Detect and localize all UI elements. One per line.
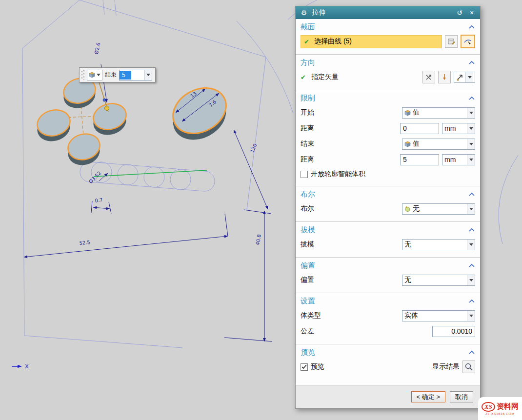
- end-option-combo[interactable]: 值: [402, 139, 475, 150]
- offset-header: 偏置: [301, 261, 315, 270]
- offset-value: 无: [404, 276, 465, 284]
- preview-header: 预览: [301, 348, 315, 357]
- collapse-chevron-icon[interactable]: [468, 350, 475, 355]
- end-unit-combo[interactable]: mm: [442, 154, 475, 165]
- vector-method-combo[interactable]: [454, 72, 475, 83]
- boolean-value: 无: [413, 204, 465, 213]
- section-curve-group: 截面 ✔ 选择曲线 (5): [296, 19, 480, 54]
- curve-options-button[interactable]: [445, 35, 458, 48]
- show-result-button[interactable]: [462, 360, 475, 373]
- section-offset: 偏置 偏置 无: [296, 257, 480, 293]
- crossed-arrows-icon: [425, 73, 433, 81]
- reverse-direction-button[interactable]: [422, 71, 435, 83]
- dropdown-caret[interactable]: [465, 72, 473, 82]
- dropdown-caret[interactable]: [467, 139, 475, 149]
- axis-x-label: X: [25, 363, 29, 369]
- start-label: 开始: [301, 108, 314, 117]
- on-screen-input-toolbar[interactable]: 结束 5: [79, 67, 156, 82]
- section-limits: 限制 开始 值 距离 0: [296, 90, 480, 186]
- watermark-logo: XS: [482, 402, 495, 412]
- start-unit-combo[interactable]: mm: [442, 123, 475, 134]
- cancel-button[interactable]: 取消: [450, 391, 473, 402]
- toolbar-grip[interactable]: [81, 70, 84, 80]
- chevron-down-icon: [146, 74, 150, 76]
- draft-header: 拔模: [301, 225, 315, 235]
- collapse-chevron-icon[interactable]: [468, 192, 475, 197]
- vector-dialog-button[interactable]: [438, 71, 451, 83]
- dropdown-caret[interactable]: [467, 240, 475, 250]
- start-option-combo[interactable]: 值: [402, 107, 475, 119]
- start-unit-value: mm: [444, 124, 465, 132]
- end-distance-value[interactable]: 5: [120, 71, 131, 80]
- body-type-value: 实体: [404, 311, 465, 320]
- end-distance-dropdown[interactable]: [144, 70, 152, 80]
- preview-checkbox[interactable]: [301, 363, 308, 371]
- settings-header: 设置: [301, 297, 315, 306]
- dialog-title: 拉伸: [312, 8, 325, 17]
- dialog-footer: < 确定 > 取消: [296, 385, 480, 408]
- tolerance-label: 公差: [301, 327, 314, 336]
- direction-header: 方向: [301, 58, 315, 67]
- offset-label: 偏置: [301, 276, 314, 284]
- collapse-chevron-icon[interactable]: [468, 299, 475, 303]
- check-icon: ✔: [304, 38, 312, 45]
- tolerance-value: 0.0010: [451, 327, 472, 335]
- section-boolean: 布尔 布尔 无: [296, 186, 480, 221]
- end-label: 结束: [105, 71, 117, 79]
- check-icon: ✔: [301, 74, 308, 81]
- end-unit-value: mm: [444, 156, 465, 163]
- collapse-chevron-icon[interactable]: [468, 96, 475, 100]
- cube-icon: [404, 141, 411, 147]
- open-profile-checkbox[interactable]: [301, 171, 308, 178]
- watermark-brand: 资料网: [497, 402, 519, 411]
- vector-icon: [456, 74, 463, 81]
- show-result-label: 显示结果: [432, 362, 460, 371]
- down-arrow-icon: [441, 73, 448, 81]
- dropdown-caret[interactable]: [467, 275, 475, 285]
- curve-list-icon: [447, 38, 455, 45]
- dropdown-caret[interactable]: [467, 123, 475, 134]
- boolean-header: 布尔: [301, 190, 315, 199]
- dim-width-bottom: 52.5: [79, 240, 90, 246]
- watermark: XS 资料网 ZL.XS1616.COM: [478, 397, 522, 420]
- gear-icon: ⚙: [300, 9, 308, 17]
- dropdown-caret[interactable]: [467, 155, 475, 165]
- dialog-titlebar[interactable]: ⚙ 拉伸 ↺ ×: [296, 6, 480, 19]
- dropdown-caret[interactable]: [467, 311, 475, 321]
- preview-label: 预览: [311, 362, 324, 371]
- collapse-chevron-icon[interactable]: [468, 228, 475, 232]
- start-distance-value: 0: [403, 124, 407, 132]
- reset-icon[interactable]: ↺: [455, 9, 464, 17]
- body-type-label: 体类型: [301, 311, 321, 320]
- section-settings: 设置 体类型 实体 公差 0.0010: [296, 293, 480, 344]
- draft-combo[interactable]: 无: [402, 239, 475, 250]
- dropdown-caret[interactable]: [467, 108, 475, 118]
- end-distance-input[interactable]: 5: [119, 70, 152, 80]
- ok-button[interactable]: < 确定 >: [411, 391, 445, 402]
- close-icon[interactable]: ×: [467, 9, 476, 17]
- end-limit-type-combo[interactable]: [87, 70, 102, 80]
- checkmark-icon: [301, 364, 307, 369]
- boolean-combo[interactable]: 无: [402, 203, 475, 215]
- start-distance-label: 距离: [301, 124, 314, 133]
- section-header: 截面: [301, 22, 315, 32]
- section-draft: 拔模 拔模 无: [296, 221, 480, 257]
- chevron-down-icon: [97, 74, 100, 76]
- collapse-chevron-icon[interactable]: [468, 25, 475, 29]
- curve-rule-button[interactable]: [461, 35, 475, 48]
- collapse-chevron-icon[interactable]: [468, 263, 475, 268]
- dropdown-caret[interactable]: [467, 204, 475, 214]
- end-distance-value: 5: [403, 156, 407, 163]
- body-type-combo[interactable]: 实体: [402, 310, 475, 321]
- boolean-none-icon: [404, 206, 411, 212]
- end-label: 结束: [301, 140, 314, 148]
- section-preview: 预览 预览 显示结果: [296, 344, 480, 380]
- collapse-chevron-icon[interactable]: [468, 60, 475, 65]
- magnifier-icon: [464, 362, 473, 371]
- select-curve-field[interactable]: ✔ 选择曲线 (5): [301, 35, 442, 48]
- offset-combo[interactable]: 无: [402, 275, 475, 286]
- start-distance-input[interactable]: 0: [400, 123, 439, 134]
- dim-small-offset: 0.7: [95, 197, 103, 203]
- tolerance-input[interactable]: 0.0010: [432, 326, 475, 337]
- end-distance-input[interactable]: 5: [400, 154, 439, 165]
